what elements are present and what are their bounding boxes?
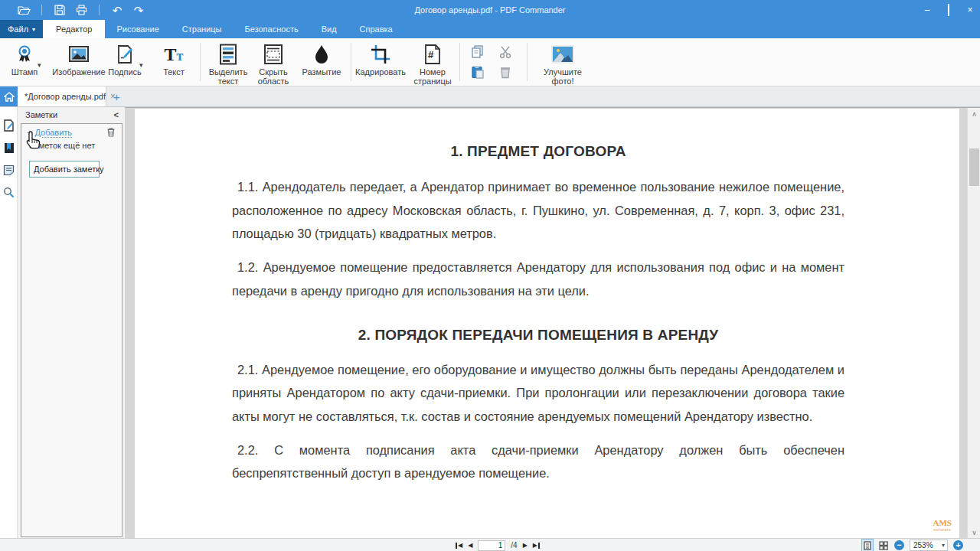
window-title: Договор аренды.pdf - PDF Commander xyxy=(0,5,980,15)
sidebar-pages-button[interactable] xyxy=(0,116,18,135)
print-icon[interactable] xyxy=(73,2,90,18)
crop-tool[interactable]: Кадрировать xyxy=(351,41,410,77)
document-viewport: 1. ПРЕДМЕТ ДОГОВОРА 1.1. Арендодатель пе… xyxy=(125,107,980,538)
add-note-tooltip: Добавить заметку xyxy=(29,161,100,178)
blur-tool[interactable]: Размытие xyxy=(292,41,351,77)
paragraph-2-2: 2.2. С момента подписания акта сдачи-при… xyxy=(232,439,844,485)
stamp-icon xyxy=(0,41,54,67)
sidebar-search-button[interactable] xyxy=(0,183,18,201)
delete-icon[interactable] xyxy=(499,65,511,80)
toolbar-separator xyxy=(527,43,528,81)
text-tool[interactable]: Tт Текст xyxy=(145,41,203,77)
paragraph-2-1: 2.1. Арендуемое помещение, его оборудова… xyxy=(232,358,844,429)
title-bar: ↶ ↷ Договор аренды.pdf - PDF Commander –… xyxy=(0,0,980,20)
hand-cursor-icon xyxy=(24,130,42,153)
redo-icon[interactable]: ↷ xyxy=(130,2,147,18)
save-icon[interactable] xyxy=(51,2,68,18)
text-label: Текст xyxy=(145,67,203,77)
chevron-down-icon: ▾ xyxy=(32,26,35,33)
home-icon xyxy=(4,92,15,102)
menu-tab-help[interactable]: Справка xyxy=(348,20,404,38)
copy-icon[interactable] xyxy=(471,45,485,60)
menu-tab-editor[interactable]: Редактор xyxy=(43,20,105,38)
close-button[interactable]: × xyxy=(965,5,975,15)
home-button[interactable] xyxy=(0,86,18,106)
ams-watermark: AMS software xyxy=(933,520,952,533)
paragraph-1-1: 1.1. Арендодатель передает, а Арендатор … xyxy=(232,175,844,246)
titlebar-separator xyxy=(41,5,42,15)
last-page-button[interactable]: ▶ xyxy=(533,543,540,549)
blur-icon xyxy=(292,41,351,67)
collapse-panel-icon[interactable]: < xyxy=(114,110,119,119)
crop-label: Кадрировать xyxy=(351,67,410,77)
search-icon xyxy=(3,187,15,198)
page-navigation: ◀ ◀ /4 ▶ ▶ xyxy=(456,539,540,551)
left-sidebar xyxy=(0,107,18,538)
enhance-photo-label: Улучшите фото! xyxy=(534,67,592,86)
chevron-down-icon: ▾ xyxy=(942,542,945,549)
maximize-icon xyxy=(948,4,949,16)
menu-bar: Файл ▾ Редактор Рисование Страницы Безоп… xyxy=(0,20,980,38)
bookmark-icon xyxy=(4,142,15,154)
maximize-button[interactable] xyxy=(943,5,954,15)
blur-label: Размытие xyxy=(292,67,351,77)
new-tab-button[interactable]: + xyxy=(106,86,127,106)
zoom-in-button[interactable]: + xyxy=(953,540,963,550)
signature-dropdown-icon[interactable]: ▾ xyxy=(139,61,143,69)
sidebar-bookmarks-button[interactable] xyxy=(0,139,18,157)
notes-list-box: + Добавить Заметок ещё нет Добавить заме… xyxy=(21,123,122,537)
section-heading-2: 2. ПОРЯДОК ПЕРЕДАЧИ ПОМЕЩЕНИЯ В АРЕНДУ xyxy=(232,327,844,344)
toolbar-separator xyxy=(459,43,460,81)
page-total-label: /4 xyxy=(511,541,517,549)
pdf-page[interactable]: 1. ПРЕДМЕТ ДОГОВОРА 1.1. Арендодатель пе… xyxy=(135,109,959,538)
enhance-photo-tool[interactable]: Улучшите фото! xyxy=(534,41,592,86)
next-page-button[interactable]: ▶ xyxy=(523,543,528,549)
notes-panel-title: Заметки xyxy=(25,110,57,119)
stamp-dropdown-icon[interactable]: ▾ xyxy=(38,61,41,69)
clipboard-group xyxy=(464,43,519,83)
status-bar: ◀ ◀ /4 ▶ ▶ − 253% ▾ + xyxy=(0,538,980,551)
open-file-icon[interactable] xyxy=(15,2,32,18)
menu-tab-drawing[interactable]: Рисование xyxy=(105,20,170,38)
scroll-down-icon[interactable]: ∨ xyxy=(968,527,980,539)
enhance-photo-icon xyxy=(534,41,592,67)
menu-tab-view[interactable]: Вид xyxy=(310,20,348,38)
tab-title: *Договор аренды.pdf xyxy=(24,92,106,101)
watermark-text: AMS xyxy=(933,520,952,527)
multi-page-view-button[interactable] xyxy=(878,540,889,551)
sidebar-notes-button[interactable] xyxy=(0,161,18,179)
first-page-button[interactable]: ◀ xyxy=(456,543,462,549)
scroll-up-icon[interactable]: ∧ xyxy=(968,108,980,120)
previous-page-button[interactable]: ◀ xyxy=(468,543,472,549)
page-number-input[interactable] xyxy=(478,540,505,551)
zoom-level-value: 253% xyxy=(913,541,933,549)
crop-icon xyxy=(351,41,410,67)
zoom-out-button[interactable]: − xyxy=(894,540,904,550)
paragraph-1-2: 1.2. Арендуемое помещение предоставляетс… xyxy=(232,256,844,302)
page-number-label: Номер страницы xyxy=(403,67,462,86)
document-tab-bar: *Договор аренды.pdf × + xyxy=(0,86,980,107)
notes-panel: Заметки < + Добавить Заметок ещё нет Доб… xyxy=(18,107,125,538)
delete-note-icon[interactable] xyxy=(106,127,116,139)
page-number-tool[interactable]: # Номер страницы xyxy=(403,41,462,86)
menu-file-label: Файл xyxy=(8,24,28,34)
vertical-scrollbar[interactable]: ∧ ∨ xyxy=(967,108,980,539)
tab-document[interactable]: *Договор аренды.pdf × xyxy=(18,86,106,106)
zoom-level-select[interactable]: 253% ▾ xyxy=(910,540,948,551)
titlebar-separator xyxy=(99,5,100,15)
cut-icon[interactable] xyxy=(498,45,512,60)
single-page-view-button[interactable] xyxy=(862,540,873,551)
minimize-button[interactable]: – xyxy=(922,5,933,15)
menu-tab-security[interactable]: Безопасность xyxy=(233,20,309,38)
stamp-tool[interactable]: Штамп xyxy=(0,41,54,77)
menu-tab-pages[interactable]: Страницы xyxy=(171,20,234,38)
svg-text:#: # xyxy=(428,49,434,60)
watermark-subtext: software xyxy=(933,527,952,533)
scrollbar-thumb[interactable] xyxy=(969,148,979,186)
paste-icon[interactable] xyxy=(471,65,485,80)
editor-toolbar: Штамп ▾ Изображение Подпись ▾ Tт Текст В… xyxy=(0,38,980,86)
menu-file[interactable]: Файл ▾ xyxy=(0,20,43,38)
page-content: 1. ПРЕДМЕТ ДОГОВОРА 1.1. Арендодатель пе… xyxy=(135,143,959,485)
zoom-controls: − 253% ▾ + xyxy=(862,539,963,551)
undo-icon[interactable]: ↶ xyxy=(109,2,126,18)
